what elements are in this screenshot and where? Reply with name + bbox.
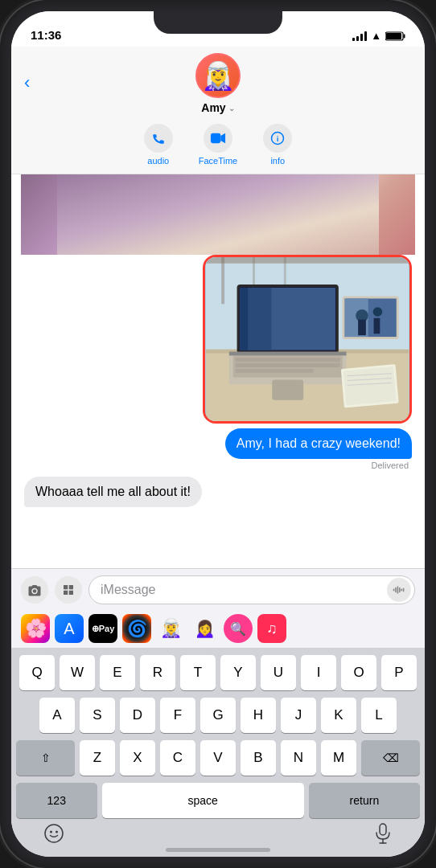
back-button[interactable]: ‹	[24, 76, 30, 92]
apps-button[interactable]	[55, 576, 82, 604]
space-key[interactable]: space	[102, 783, 304, 818]
key-u[interactable]: U	[261, 655, 296, 690]
key-e[interactable]: E	[100, 655, 135, 690]
applepay-icon-btn[interactable]: ⊕Pay	[88, 614, 117, 643]
audio-wave-button[interactable]	[387, 578, 411, 602]
received-bubble-text: Whoaaa tell me all about it!	[35, 485, 191, 498]
memoji-swirl-icon[interactable]: 🌀	[122, 614, 151, 643]
svg-rect-29	[272, 380, 303, 400]
key-b[interactable]: B	[241, 740, 276, 776]
key-o[interactable]: O	[341, 655, 376, 690]
svg-rect-37	[374, 318, 380, 334]
key-g[interactable]: G	[200, 698, 236, 733]
person-icon-btn[interactable]: 🙍‍♀️	[190, 614, 219, 643]
info-action[interactable]: i info	[263, 124, 292, 166]
contact-name-row[interactable]: Amy ⌄	[201, 101, 234, 114]
svg-rect-2	[404, 34, 405, 38]
shift-key[interactable]: ⇧	[16, 740, 75, 776]
input-placeholder: iMessage	[101, 583, 385, 597]
key-f[interactable]: F	[160, 698, 195, 733]
signal-bars	[352, 31, 367, 41]
nav-actions: audio FaceTime i	[144, 124, 293, 166]
input-bar: iMessage	[11, 568, 425, 611]
laptop-scene-svg	[205, 257, 409, 421]
signal-bar-3	[360, 34, 363, 41]
key-n[interactable]: N	[281, 740, 316, 776]
mic-button[interactable]	[373, 823, 393, 849]
laptop-message[interactable]	[203, 255, 412, 424]
delivered-status: Delivered	[372, 461, 409, 470]
svg-rect-45	[395, 588, 397, 592]
svg-rect-44	[393, 588, 395, 591]
audio-label: audio	[147, 156, 169, 166]
key-j[interactable]: J	[281, 698, 316, 733]
audio-action[interactable]: audio	[144, 124, 173, 166]
svg-rect-14	[221, 257, 224, 304]
messages-area: Amy, I had a crazy weekend! Delivered Wh…	[11, 174, 425, 568]
key-k[interactable]: K	[321, 698, 356, 733]
chevron-down-icon: ⌄	[228, 104, 235, 113]
svg-point-43	[33, 589, 37, 593]
key-a[interactable]: A	[39, 698, 75, 733]
info-label: info	[270, 156, 285, 166]
status-icons: ▲	[352, 30, 405, 42]
return-key[interactable]: return	[309, 783, 420, 818]
photos-app-icon[interactable]: 🌸	[21, 614, 50, 643]
music-icon: ♫	[266, 620, 278, 637]
notch	[154, 11, 282, 34]
emoji-button[interactable]	[43, 823, 64, 849]
facetime-action[interactable]: FaceTime	[199, 124, 238, 166]
avatar[interactable]: 🧝‍♀️	[195, 53, 241, 98]
svg-rect-30	[229, 352, 347, 356]
message-input[interactable]: iMessage	[88, 575, 415, 604]
key-q[interactable]: Q	[19, 655, 55, 690]
svg-rect-47	[399, 588, 401, 592]
key-c[interactable]: C	[160, 740, 195, 776]
key-l[interactable]: L	[361, 698, 397, 733]
key-s[interactable]: S	[80, 698, 115, 733]
received-bubble[interactable]: Whoaaa tell me all about it!	[24, 477, 202, 507]
numbers-key[interactable]: 123	[16, 783, 97, 818]
waveform-icon	[393, 584, 405, 596]
audio-icon-circle	[144, 124, 173, 153]
key-y[interactable]: Y	[220, 655, 256, 690]
key-r[interactable]: R	[140, 655, 175, 690]
key-w[interactable]: W	[60, 655, 95, 690]
swirl-icon: 🌀	[127, 619, 147, 638]
appstore-app-icon[interactable]: A	[55, 614, 84, 643]
phone-inner: 11:36 ▲ ‹	[11, 11, 425, 857]
svg-point-52	[56, 831, 58, 833]
svg-rect-26	[236, 358, 340, 362]
camera-icon	[27, 583, 42, 596]
key-x[interactable]: X	[120, 740, 155, 776]
key-z[interactable]: Z	[80, 740, 115, 776]
facetime-icon-circle	[204, 124, 232, 153]
nav-bar: ‹ 🧝‍♀️ Amy ⌄	[11, 47, 425, 174]
appstore-icon: A	[64, 620, 74, 638]
key-d[interactable]: D	[120, 698, 155, 733]
key-m[interactable]: M	[321, 740, 356, 776]
key-t[interactable]: T	[180, 655, 216, 690]
photos-icon: 🌸	[25, 618, 47, 639]
camera-button[interactable]	[21, 576, 48, 604]
key-i[interactable]: I	[301, 655, 336, 690]
svg-rect-28	[236, 369, 314, 373]
svg-rect-36	[358, 320, 366, 335]
key-p[interactable]: P	[381, 655, 417, 690]
phone-icon	[151, 131, 166, 145]
svg-rect-16	[284, 257, 286, 289]
delete-key[interactable]: ⌫	[361, 740, 420, 776]
signal-bar-4	[364, 31, 367, 41]
music-icon-btn[interactable]: ♫	[257, 614, 286, 643]
key-v[interactable]: V	[200, 740, 236, 776]
battery-icon	[385, 31, 405, 41]
top-photo-bg	[21, 174, 415, 255]
search-icon-btn[interactable]: 🔍	[224, 614, 253, 643]
status-time: 11:36	[31, 28, 61, 42]
sent-bubble[interactable]: Amy, I had a crazy weekend!	[225, 428, 412, 459]
key-h[interactable]: H	[241, 698, 276, 733]
svg-rect-23	[240, 288, 248, 350]
home-indicator	[166, 848, 270, 852]
memoji-icon-btn[interactable]: 🧝‍♀️	[156, 614, 185, 643]
svg-rect-48	[401, 588, 402, 591]
